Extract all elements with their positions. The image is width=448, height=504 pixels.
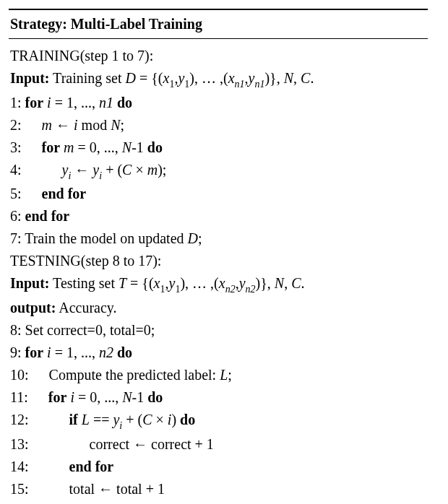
kw-for: for [48, 389, 67, 405]
text: Testing set [49, 275, 118, 291]
line-12: 12:if L == yi + (C × i) do [10, 409, 426, 433]
text: ) [189, 70, 194, 86]
text: )}, [264, 70, 283, 86]
var-C: C [142, 412, 152, 427]
text: == [90, 412, 113, 427]
title-prefix: Strategy: [10, 16, 71, 32]
text: . [310, 70, 314, 86]
kw-do: do [147, 389, 163, 405]
line-9: 9: for i = 1, ..., n2 do [10, 342, 426, 364]
text: ( [214, 275, 219, 291]
input-label: Input: [10, 70, 49, 86]
lineno: 13: [10, 436, 29, 452]
kw-endfor: end for [42, 186, 87, 201]
kw-do: do [180, 412, 195, 427]
text: × [132, 162, 147, 178]
lineno: 11: [10, 389, 28, 405]
sub: 1 [169, 79, 174, 90]
var-n1: n1 [99, 95, 113, 110]
lineno: 15: [10, 481, 29, 497]
kw-do: do [147, 139, 163, 155]
text: total ← total + 1 [69, 481, 165, 497]
text: ; [198, 230, 202, 246]
text: = {( [136, 70, 163, 86]
line-5: 5:end for [10, 183, 426, 205]
line-10: 10:Compute the predicted label: L; [10, 364, 426, 386]
lineno: 6: [10, 208, 25, 224]
training-header: TRAINING(step 1 to 7): [10, 45, 426, 67]
kw-endfor: end for [69, 459, 114, 474]
text: ; [120, 117, 124, 133]
text: × [152, 412, 168, 427]
kw-endfor: end for [25, 208, 70, 224]
line-6: 6: end for [10, 205, 426, 227]
kw-if: if [69, 412, 78, 427]
sub: n2 [225, 284, 236, 295]
line-16: 16: end for [10, 500, 426, 504]
kw-for: for [42, 139, 61, 155]
var-y: y [239, 275, 246, 291]
text: = 1, ..., [51, 95, 99, 110]
var-T: T [119, 275, 126, 291]
lineno: 10: [10, 367, 29, 383]
text: = {( [126, 275, 154, 291]
line-1: 1: for i = 1, ..., n1 do [10, 92, 426, 114]
var-D: D [126, 70, 136, 86]
text: + ( [102, 162, 122, 178]
text: Training set [49, 70, 125, 86]
lineno: 4: [10, 162, 22, 178]
lineno: 3: [10, 139, 22, 155]
text: , … , [194, 70, 223, 86]
algorithm-body: TRAINING(step 1 to 7): Input: Training s… [9, 39, 428, 504]
sub: n1 [235, 79, 245, 90]
line-13: 13:correct ← correct + 1 [10, 433, 426, 456]
text: Accuracy. [56, 300, 116, 316]
var-x: x [219, 275, 225, 291]
lineno: 9: [10, 344, 25, 360]
sub: i [68, 170, 71, 181]
text: . [301, 275, 304, 291]
sub: n1 [254, 79, 264, 90]
line-8: 8: Set correct=0, total=0; [10, 319, 426, 342]
training-input: Input: Training set D = {(x1,y1), … ,(xn… [10, 67, 426, 92]
line-14: 14:end for [10, 456, 426, 478]
title-name: Multi-Label Training [71, 16, 202, 32]
line-2: 2:m ← i mod N; [10, 114, 426, 136]
var-x: x [228, 70, 235, 86]
sub: 1 [160, 284, 165, 295]
text: ← [71, 162, 92, 178]
text: ) [171, 412, 180, 427]
var-m: m [64, 139, 74, 155]
text: correct ← correct + 1 [90, 436, 214, 452]
sub: 1 [175, 284, 180, 295]
var-L: L [82, 412, 90, 427]
output-label: output: [10, 300, 56, 316]
var-C: C [291, 275, 301, 291]
text: mod [78, 117, 111, 133]
lineno: 1: [10, 95, 25, 110]
line-11: 11:for i = 0, ..., N-1 do [10, 386, 426, 409]
sub: n2 [246, 284, 256, 295]
lineno: 12: [10, 412, 29, 427]
text: Compute the predicted label: [49, 367, 220, 383]
text: + ( [122, 412, 142, 427]
var-y: y [178, 70, 184, 86]
kw-do: do [117, 344, 132, 360]
text: = 0, ..., [74, 389, 122, 405]
text: ; [228, 367, 232, 383]
var-D: D [188, 230, 198, 246]
var-C: C [122, 162, 132, 178]
var-C: C [301, 70, 310, 86]
line-3: 3:for m = 0, ..., N-1 do [10, 136, 426, 159]
text: ( [223, 70, 228, 86]
var-L: L [220, 367, 228, 383]
var-N: N [275, 275, 284, 291]
line-4: 4:yi ← yi + (C × m); [10, 159, 426, 183]
text: -1 [132, 389, 148, 405]
text: -1 [132, 139, 147, 155]
var-N: N [122, 139, 132, 155]
testing-input: Input: Testing set T = {(x1,y1), … ,(xn2… [10, 272, 426, 297]
var-N: N [284, 70, 293, 86]
text: = 1, ..., [51, 344, 99, 360]
algorithm-title: Strategy: Multi-Label Training [9, 10, 428, 38]
